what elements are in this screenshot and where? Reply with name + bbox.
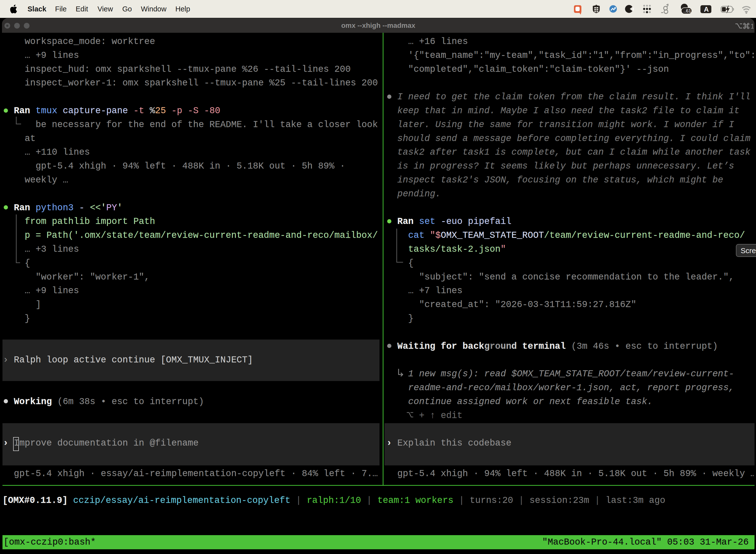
svg-text:..61: ..61 — [683, 8, 691, 13]
svg-text:A: A — [704, 6, 709, 13]
svg-text:1: 1 — [751, 22, 754, 30]
